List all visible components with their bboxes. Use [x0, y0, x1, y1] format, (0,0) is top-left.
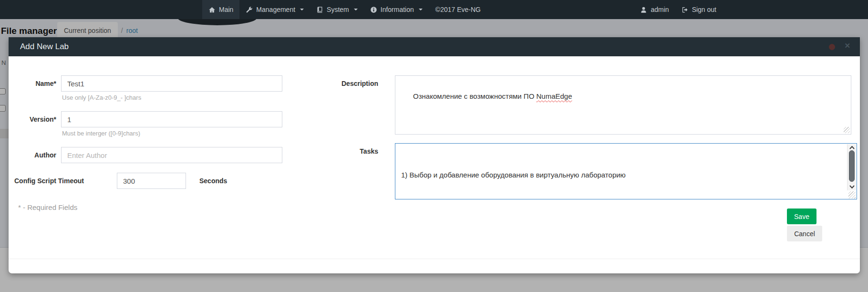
scroll-up-icon[interactable] — [849, 146, 855, 149]
wrench-icon — [246, 6, 253, 13]
nav-item-label: Sign out — [692, 6, 716, 13]
modal-title: Add New Lab — [20, 42, 69, 52]
scrollbar-thumb[interactable] — [849, 150, 855, 182]
timeout-label: Config Script Timeout — [14, 173, 84, 189]
nav-item-label: admin — [651, 6, 669, 13]
nav-item-system[interactable]: System — [310, 0, 364, 19]
add-new-lab-modal: Add New Lab ✕ Name* Use only [A-Za-z0-9_… — [9, 37, 860, 273]
tasks-label: Tasks — [283, 143, 378, 159]
tasks-scrollbar[interactable] — [847, 144, 856, 190]
nav-item-main[interactable]: Main — [202, 0, 239, 19]
misspelled-word: NumaEdge — [536, 92, 572, 100]
resize-grip-icon[interactable] — [844, 127, 850, 133]
name-field[interactable] — [61, 75, 282, 92]
nav-item-user[interactable]: admin — [634, 0, 675, 19]
sign-out-icon — [682, 6, 689, 13]
chevron-down-icon — [300, 9, 304, 10]
nav-item-label: Main — [219, 6, 233, 13]
timeout-field[interactable] — [117, 173, 186, 189]
chevron-down-icon — [354, 9, 358, 10]
nav-item-signout[interactable]: Sign out — [675, 0, 723, 19]
info-icon — [370, 6, 377, 13]
description-field[interactable]: Ознакомление с возможностями ПО NumaEdge — [395, 75, 851, 135]
nav-item-label: Management — [256, 6, 295, 13]
home-icon — [208, 6, 216, 13]
tasks-line: 1) Выбор и добавление оборудования в вир… — [401, 169, 841, 180]
required-fields-note: * - Required Fields — [18, 203, 77, 211]
resize-grip-icon[interactable] — [848, 191, 856, 198]
copyright-text: ©2017 Eve-NG — [429, 0, 487, 19]
name-help-text: Use only [A-Za-z0-9_- ]chars — [62, 94, 141, 101]
version-help-text: Must be interger ([0-9]chars) — [62, 130, 140, 137]
book-icon — [316, 6, 323, 13]
modal-footer-divider — [9, 259, 860, 259]
nav-item-label: Information — [381, 6, 414, 13]
nav-item-management[interactable]: Management — [239, 0, 310, 19]
save-button[interactable]: Save — [787, 209, 816, 224]
author-label: Author — [9, 147, 56, 163]
close-icon[interactable]: ✕ — [844, 42, 850, 50]
cancel-button[interactable]: Cancel — [787, 226, 822, 241]
description-label: Description — [283, 75, 378, 92]
version-field[interactable] — [61, 111, 282, 127]
nav-item-information[interactable]: Information — [364, 0, 429, 19]
scroll-down-icon[interactable] — [849, 185, 855, 188]
name-label: Name* — [9, 75, 56, 92]
tasks-field[interactable]: 1) Выбор и добавление оборудования в вир… — [395, 143, 857, 199]
top-navbar: Main Management System Information ©2017… — [0, 0, 868, 19]
nav-left-group: Main Management System Information ©2017… — [202, 0, 487, 19]
eve-ng-screen: Main Management System Information ©2017… — [0, 0, 868, 292]
user-icon — [640, 6, 647, 13]
required-asterisk: * — [54, 115, 56, 123]
chevron-down-icon — [419, 9, 423, 10]
red-dot-icon — [829, 44, 835, 50]
author-field[interactable] — [61, 147, 282, 163]
version-label: Version* — [9, 111, 56, 127]
required-asterisk: * — [54, 80, 56, 87]
seconds-label: Seconds — [199, 173, 227, 189]
modal-header: Add New Lab ✕ — [9, 37, 860, 56]
nav-item-label: System — [327, 6, 349, 13]
nav-right-group: admin Sign out — [634, 0, 723, 19]
